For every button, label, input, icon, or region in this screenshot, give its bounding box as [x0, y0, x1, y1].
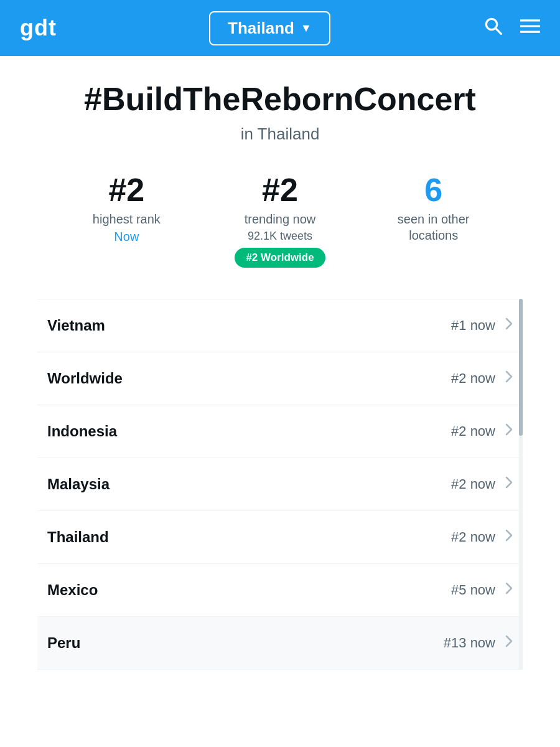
stat-trending-now: #2 trending now 92.1K tweets #2 Worldwid…: [203, 174, 357, 268]
location-rank: #13 now: [444, 635, 495, 651]
location-right: #2 now: [451, 476, 513, 492]
location-rank: #2 now: [451, 476, 495, 492]
location-right: #5 now: [451, 582, 513, 598]
location-name: Mexico: [47, 581, 98, 599]
hashtag-subtitle: in Thailand: [37, 125, 523, 144]
location-selector[interactable]: Thailand ▼: [209, 11, 330, 45]
chevron-right-icon: [505, 476, 513, 492]
location-name: Vietnam: [47, 317, 105, 334]
location-name: Indonesia: [47, 423, 117, 440]
location-name: Thailand: [47, 529, 109, 546]
location-rank: #1 now: [451, 317, 495, 334]
location-row[interactable]: Worldwide#2 now: [37, 352, 523, 405]
chevron-down-icon: ▼: [301, 22, 312, 35]
app-logo: gdt: [20, 15, 57, 41]
hashtag-title: #BuildTheRebornConcert: [37, 81, 523, 118]
location-rank: #5 now: [451, 582, 495, 598]
location-label: Thailand: [228, 19, 294, 38]
stats-row: #2 highest rank Now #2 trending now 92.1…: [37, 174, 523, 268]
chevron-right-icon: [505, 529, 513, 545]
app-header: gdt Thailand ▼: [0, 0, 560, 56]
location-right: #2 now: [451, 423, 513, 439]
stat-highest-rank: #2 highest rank Now: [50, 174, 203, 244]
trending-now-label: trending now: [203, 211, 357, 227]
location-right: #2 now: [451, 370, 513, 387]
location-name: Worldwide: [47, 370, 123, 387]
search-icon[interactable]: [483, 16, 503, 40]
chevron-right-icon: [505, 370, 513, 386]
location-list: Vietnam#1 nowWorldwide#2 nowIndonesia#2 …: [37, 299, 523, 670]
location-row[interactable]: Indonesia#2 now: [37, 405, 523, 458]
location-rank: #2 now: [451, 423, 495, 439]
header-icons: [483, 16, 540, 40]
other-locations-label: seen in otherlocations: [357, 211, 510, 243]
location-right: #1 now: [451, 317, 513, 334]
location-right: #13 now: [444, 635, 513, 651]
location-name: Malaysia: [47, 476, 110, 493]
location-row[interactable]: Mexico#5 now: [37, 564, 523, 617]
location-rank: #2 now: [451, 370, 495, 387]
chevron-right-icon: [505, 635, 513, 651]
other-locations-number: 6: [357, 174, 510, 206]
highest-rank-time: Now: [50, 230, 203, 244]
scrollbar-track: [519, 299, 523, 670]
chevron-right-icon: [505, 317, 513, 333]
svg-line-1: [496, 29, 502, 34]
location-list-wrapper: Vietnam#1 nowWorldwide#2 nowIndonesia#2 …: [37, 299, 523, 670]
chevron-right-icon: [505, 423, 513, 439]
location-right: #2 now: [451, 529, 513, 545]
main-content: #BuildTheRebornConcert in Thailand #2 hi…: [0, 56, 560, 670]
trending-now-tweets: 92.1K tweets: [203, 230, 357, 243]
location-row[interactable]: Malaysia#2 now: [37, 458, 523, 511]
highest-rank-label: highest rank: [50, 211, 203, 227]
highest-rank-number: #2: [50, 174, 203, 206]
location-rank: #2 now: [451, 529, 495, 545]
menu-icon[interactable]: [520, 17, 540, 40]
location-button[interactable]: Thailand ▼: [209, 11, 330, 45]
location-name: Peru: [47, 634, 80, 652]
location-row[interactable]: Vietnam#1 now: [37, 299, 523, 352]
worldwide-badge: #2 Worldwide: [235, 248, 325, 268]
trending-now-number: #2: [203, 174, 357, 206]
scrollbar-thumb[interactable]: [519, 299, 523, 436]
location-row[interactable]: Peru#13 now: [37, 617, 523, 670]
stat-other-locations: 6 seen in otherlocations: [357, 174, 510, 243]
location-row[interactable]: Thailand#2 now: [37, 511, 523, 564]
chevron-right-icon: [505, 582, 513, 598]
